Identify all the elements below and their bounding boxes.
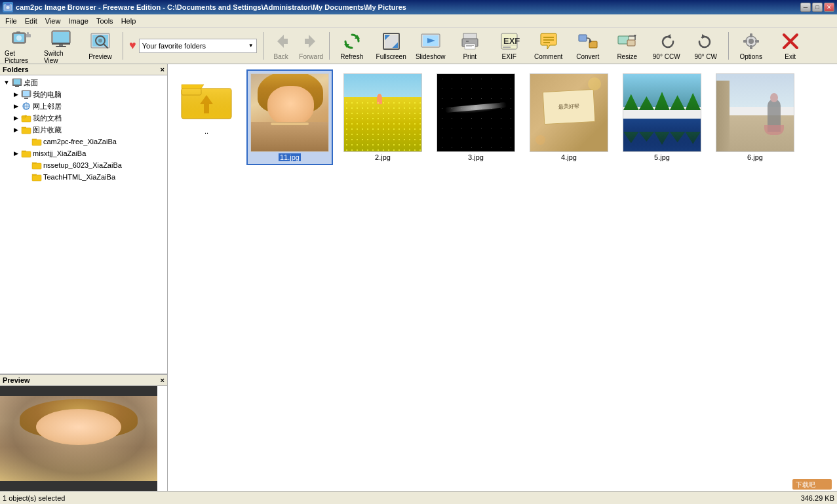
back-button[interactable]: Back xyxy=(267,29,296,62)
expand-network-icon[interactable]: ▶ xyxy=(12,103,20,109)
svg-marker-56 xyxy=(702,34,706,39)
tree-item-cam2pc[interactable]: ▶ cam2pc-free_XiaZaiBa xyxy=(12,136,166,147)
rotate-ccw-icon xyxy=(656,31,677,52)
tree-item-nssetup[interactable]: ▶ nssetup_6023_XiaZaiBa xyxy=(12,159,166,171)
menu-image[interactable]: Image xyxy=(64,16,92,26)
close-button[interactable]: ✕ xyxy=(824,3,834,12)
expand-mycomputer-icon[interactable]: ▶ xyxy=(12,91,20,98)
network-label: 网上邻居 xyxy=(33,102,62,111)
refresh-label: Refresh xyxy=(340,53,363,60)
titlebar-title: cam2pc Image Browser - Freeware Edition … xyxy=(16,3,406,11)
menu-tools[interactable]: Tools xyxy=(92,16,117,26)
comment-icon xyxy=(538,31,559,52)
resize-button[interactable]: Resize xyxy=(608,29,646,62)
get-pictures-button[interactable]: Get Pictures xyxy=(3,29,41,62)
tree-item-mydocs[interactable]: ▶ 我的文档 xyxy=(12,112,166,124)
menubar: File Edit View Image Tools Help xyxy=(0,14,837,28)
svg-rect-8 xyxy=(16,31,20,33)
expand-mydocs-icon[interactable]: ▶ xyxy=(12,115,20,121)
expand-mypics-icon[interactable]: ▶ xyxy=(12,126,20,133)
parent-folder-icon-container xyxy=(177,73,236,126)
slideshow-label: Slideshow xyxy=(416,53,446,60)
svg-point-1 xyxy=(7,6,10,9)
forward-icon xyxy=(301,31,322,52)
thumb-img2[interactable]: 2.jpg xyxy=(340,69,426,165)
print-button[interactable]: Print xyxy=(451,29,489,62)
thumb-img1[interactable]: 11.jpg xyxy=(246,69,333,165)
exit-icon xyxy=(780,31,801,52)
thumb-img5[interactable]: 5.jpg xyxy=(619,69,705,165)
convert-label: Convert xyxy=(576,53,599,60)
content-area: .. 11.jpg xyxy=(168,64,837,491)
options-label: Options xyxy=(739,53,762,60)
switch-view-button[interactable]: Switch View xyxy=(42,29,80,62)
svg-marker-55 xyxy=(667,34,671,39)
refresh-icon xyxy=(341,31,362,52)
thumb-img3[interactable]: 3.jpg xyxy=(433,69,519,165)
preview-button[interactable]: Preview xyxy=(81,29,119,62)
thumb-parent-folder[interactable]: .. xyxy=(173,69,240,165)
refresh-button[interactable]: Refresh xyxy=(333,29,371,62)
options-button[interactable]: Options xyxy=(732,29,770,62)
resize-label: Resize xyxy=(617,53,637,60)
svg-rect-22 xyxy=(305,39,310,44)
svg-text:下载吧: 下载吧 xyxy=(796,481,815,488)
folder-tree: ▼ 桌面 ▶ 我的电脑 xyxy=(0,75,167,374)
menu-view[interactable]: View xyxy=(41,16,65,26)
rotate-ccw-button[interactable]: 90° CCW xyxy=(648,29,686,62)
slideshow-button[interactable]: Slideshow xyxy=(412,29,450,62)
svg-rect-43 xyxy=(503,47,511,48)
thumb-img3-display xyxy=(437,73,515,152)
folders-header-label: Folders xyxy=(3,66,29,73)
thumb-img4[interactable]: 最美好帮 4.jpg xyxy=(526,69,612,165)
expand-misxtjj-icon[interactable]: ▶ xyxy=(12,150,20,157)
fullscreen-button[interactable]: Fullscreen xyxy=(372,29,410,62)
tree-item-mypics[interactable]: ▶ 图片收藏 xyxy=(12,124,166,136)
misxtjj-folder-icon xyxy=(21,148,31,159)
expand-desktop-icon[interactable]: ▼ xyxy=(3,79,10,86)
svg-rect-2 xyxy=(6,3,10,5)
tree-item-misxtjj[interactable]: ▶ misxtjj_XiaZaiBa xyxy=(12,147,166,159)
mydocs-label: 我的文档 xyxy=(33,113,62,123)
comment-button[interactable]: Comment xyxy=(530,29,568,62)
toolbar-separator-1 xyxy=(123,32,123,60)
menu-help[interactable]: Help xyxy=(117,16,140,26)
back-icon xyxy=(271,31,292,52)
folders-header: Folders × xyxy=(0,64,167,75)
thumbnail-grid: .. 11.jpg xyxy=(173,69,832,165)
favorite-folders-bar: ♥ Your favorite folders ▼ xyxy=(127,39,260,53)
menu-file[interactable]: File xyxy=(1,16,21,26)
tree-item-network[interactable]: ▶ 网上邻居 xyxy=(12,100,166,112)
tree-item-mycomputer[interactable]: ▶ 我的电脑 xyxy=(12,88,166,100)
forward-button[interactable]: Forward xyxy=(297,29,326,62)
preview-image xyxy=(0,386,157,491)
favorite-folders-select[interactable]: Your favorite folders ▼ xyxy=(139,39,257,53)
svg-rect-37 xyxy=(466,41,469,42)
thumb-img5-label: 5.jpg xyxy=(654,153,670,161)
maximize-button[interactable]: □ xyxy=(812,3,823,12)
svg-rect-10 xyxy=(53,32,69,43)
exit-button[interactable]: Exit xyxy=(771,29,809,62)
preview-close-button[interactable]: × xyxy=(161,376,165,384)
menu-edit[interactable]: Edit xyxy=(21,16,41,26)
titlebar: cam2pc Image Browser - Freeware Edition … xyxy=(0,0,837,14)
statusbar: 1 object(s) selected 346.29 KB xyxy=(0,491,837,504)
minimize-button[interactable]: ─ xyxy=(800,3,811,12)
folders-close-button[interactable]: × xyxy=(161,66,165,73)
nssetup-folder-icon xyxy=(31,160,42,170)
svg-rect-82 xyxy=(32,175,41,181)
exif-button[interactable]: EXF EXIF xyxy=(490,29,528,62)
desktop-icon xyxy=(12,77,22,88)
tree-item-desktop[interactable]: ▼ 桌面 xyxy=(1,77,166,88)
cam2pc-folder-icon xyxy=(31,136,42,147)
main-area: Folders × ▼ 桌面 ▶ xyxy=(0,64,837,491)
rotate-cw-button[interactable]: 90° CW xyxy=(687,29,725,62)
svg-rect-68 xyxy=(15,86,19,87)
tree-item-teachhtml[interactable]: ▶ TeachHTML_XiaZaiBa xyxy=(12,171,166,183)
titlebar-controls[interactable]: ─ □ ✕ xyxy=(800,3,834,12)
svg-point-17 xyxy=(98,39,102,43)
thumb-img6[interactable]: 6.jpg xyxy=(712,69,798,165)
convert-button[interactable]: Convert xyxy=(569,29,607,62)
svg-rect-13 xyxy=(56,46,66,47)
switch-view-label: Switch View xyxy=(44,50,78,64)
